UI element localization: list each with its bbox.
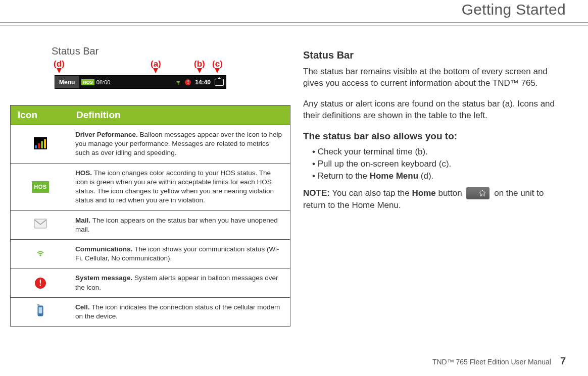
page-footer: TND™ 765 Fleet Edition User Manual 7 (432, 355, 566, 367)
table-header-definition: Definition (70, 105, 290, 125)
system-message-icon: ! (35, 278, 46, 289)
status-bar-heading: Status Bar (303, 49, 566, 61)
list-item: Pull up the on-screen keyboard (c). (312, 159, 566, 169)
definition-title: Mail. (75, 217, 92, 224)
note: NOTE: You can also tap the Home button o… (303, 187, 566, 211)
definition-body: The icon indicates the connection status… (75, 303, 280, 320)
page-number: 7 (560, 355, 566, 367)
figure-warn-icon: ! (185, 79, 191, 85)
definition-body: The icon changes color according to your… (75, 169, 274, 204)
table-row: Communications. The icon shows your comm… (11, 239, 290, 268)
figure-hos-time: 08:00 (96, 79, 111, 85)
definition-title: Communications. (75, 245, 134, 253)
figure-callout-labels: (d) (a) (b) (c) (55, 59, 226, 75)
table-row: ! System message. System alerts appear i… (11, 268, 290, 297)
icon-definition-table: Icon Definition Driver Peformance. Ballo… (10, 105, 290, 327)
callout-d: (d) (54, 59, 65, 73)
figure-keyboard-icon (215, 79, 224, 86)
definition-title: Cell. (75, 303, 91, 311)
status-bar-paragraph-1: The status bar remains visible at the bo… (303, 66, 566, 89)
mail-icon (33, 219, 48, 231)
callout-b: (b) (194, 59, 205, 73)
callout-a: (a) (151, 59, 161, 73)
definition-title: HOS. (75, 169, 94, 177)
callout-c: (c) (212, 59, 223, 73)
header-rule-thin (0, 25, 588, 26)
manual-title: TND™ 765 Fleet Edition User Manual (432, 358, 551, 366)
table-row: HOS HOS. The icon changes color accordin… (11, 163, 290, 210)
status-bar-figure: Menu HOS 08:00 ! 14:40 (55, 75, 226, 89)
status-bar-subheading: The status bar also allows you to: (303, 131, 566, 142)
section-title: Getting Started (462, 1, 566, 18)
svg-rect-0 (34, 219, 46, 228)
left-column: Status Bar (d) (a) (b) (c) Menu HOS 08:0… (10, 45, 290, 327)
list-item: Check your terminal time (b). (312, 147, 566, 157)
figure-menu-label: Menu (55, 76, 79, 88)
table-row: Mail. The icon appears on the status bar… (11, 210, 290, 239)
figure-clock: 14:40 (195, 79, 211, 86)
figure-hos-badge: HOS (81, 79, 94, 85)
table-row: Driver Peformance. Balloon messages appe… (11, 125, 290, 164)
right-column: Status Bar The status bar remains visibl… (303, 49, 566, 211)
definition-title: Driver Peformance. (75, 131, 140, 138)
svg-rect-2 (39, 307, 42, 313)
communications-icon (33, 248, 48, 260)
status-bar-paragraph-2: Any status or alert icons are found on t… (303, 98, 566, 122)
home-button-graphic (466, 187, 489, 199)
table-row: Cell. The icon indicates the connection … (11, 297, 290, 326)
figure-caption: Status Bar (52, 45, 290, 57)
list-item: Return to the Home Menu (d). (312, 171, 566, 181)
table-header-icon: Icon (11, 105, 71, 125)
figure-comm-icon (175, 79, 182, 86)
svg-point-3 (40, 314, 41, 315)
definition-title: System message. (75, 274, 134, 282)
hos-icon: HOS (32, 181, 48, 193)
status-bar-bullets: Check your terminal time (b). Pull up th… (312, 147, 566, 181)
driver-performance-icon (34, 137, 47, 149)
definition-body: The icon appears on the status bar when … (75, 217, 278, 233)
header-rule (0, 22, 588, 23)
cell-icon (33, 304, 48, 316)
